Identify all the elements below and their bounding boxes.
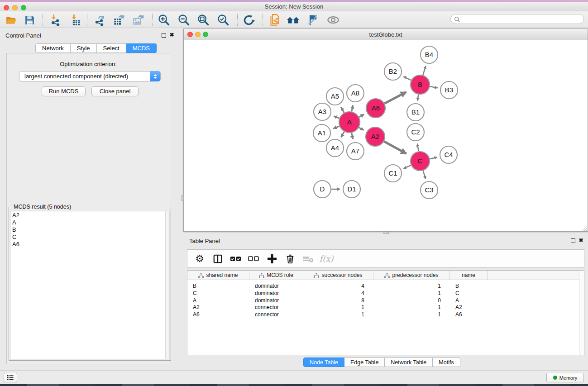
edge-A-A4[interactable] xyxy=(341,132,344,137)
column-header-shared-name[interactable]: shared name xyxy=(187,271,249,280)
graph-node-A7[interactable]: A7 xyxy=(347,143,364,160)
export-table-icon[interactable] xyxy=(112,13,125,27)
result-list-item[interactable]: C xyxy=(10,233,166,240)
show-columns-icon[interactable] xyxy=(212,253,224,265)
control-panel-float-icon[interactable] xyxy=(162,33,166,38)
graph-node-B3[interactable]: B3 xyxy=(440,81,458,99)
cell-name[interactable]: A6 xyxy=(450,311,488,318)
delete-column-icon[interactable] xyxy=(284,253,296,265)
control-panel-close-icon[interactable]: ✖ xyxy=(169,33,174,38)
cell-name[interactable]: A2 xyxy=(450,304,488,311)
graph-node-A8[interactable]: A8 xyxy=(347,85,364,102)
add-column-icon[interactable] xyxy=(266,253,278,265)
cell-name[interactable]: A xyxy=(450,297,488,304)
cell-MCDS-role[interactable]: dominator xyxy=(249,290,303,297)
graph-node-A4[interactable]: A4 xyxy=(326,139,344,157)
edge-C-C2[interactable] xyxy=(417,143,419,151)
window-resize-grip[interactable] xyxy=(581,225,587,231)
cell-predecessor-nodes[interactable]: 1 xyxy=(373,282,450,290)
result-list-item[interactable]: A6 xyxy=(10,240,166,248)
zoom-in-icon[interactable] xyxy=(157,13,171,27)
graph-node-A2[interactable]: A2 xyxy=(366,127,385,146)
cell-predecessor-nodes[interactable]: 1 xyxy=(373,304,450,311)
select-all-icon[interactable] xyxy=(230,253,242,265)
apply-layout-refresh-icon[interactable] xyxy=(242,13,255,27)
neighbors-homes-icon[interactable] xyxy=(287,13,300,27)
edge-B-B4[interactable] xyxy=(423,66,425,75)
import-table-icon[interactable] xyxy=(68,13,82,27)
search-input[interactable] xyxy=(462,15,580,23)
graph-node-A1[interactable]: A1 xyxy=(313,124,330,142)
cell-successor-nodes[interactable]: 4 xyxy=(303,290,373,297)
function-builder-icon[interactable]: f(x) xyxy=(320,253,332,265)
save-session-icon[interactable] xyxy=(23,13,36,27)
column-header-successor-nodes[interactable]: successor nodes xyxy=(303,271,373,280)
splitpane-grip-horizontal[interactable] xyxy=(383,232,389,234)
graph-node-B1[interactable]: B1 xyxy=(407,104,424,121)
settings-gear-icon[interactable]: ⚙ xyxy=(194,253,206,265)
column-header-MCDS-role[interactable]: MCDS role xyxy=(249,271,303,280)
edge-A-A5[interactable] xyxy=(341,107,344,113)
network-window-titlebar[interactable]: testGlobe.txt xyxy=(184,29,588,40)
cell-shared-name[interactable]: A6 xyxy=(187,311,249,318)
graphics-flag-icon[interactable] xyxy=(306,13,320,27)
cell-successor-nodes[interactable]: 8 xyxy=(303,297,373,304)
tab-edge-table[interactable]: Edge Table xyxy=(344,357,385,367)
result-list-item[interactable]: B xyxy=(10,226,166,233)
cell-shared-name[interactable]: C xyxy=(187,290,249,297)
table-scrollbar[interactable] xyxy=(579,271,584,355)
graph-node-C4[interactable]: C4 xyxy=(440,146,457,163)
table-row-C[interactable]: Cdominator41C xyxy=(187,290,580,297)
graph-node-C[interactable]: C xyxy=(411,152,430,171)
cell-predecessor-nodes[interactable]: 1 xyxy=(373,290,450,297)
cell-MCDS-role[interactable]: connector xyxy=(249,304,303,311)
export-network-icon[interactable] xyxy=(92,13,106,27)
graph-node-B4[interactable]: B4 xyxy=(421,46,438,63)
graph-node-A3[interactable]: A3 xyxy=(314,103,331,120)
close-panel-button[interactable]: Close panel xyxy=(91,86,139,96)
graph-node-D[interactable]: D xyxy=(314,181,331,198)
criterion-select[interactable]: largest connected component (directed) xyxy=(19,71,161,81)
cell-predecessor-nodes[interactable]: 1 xyxy=(373,311,450,318)
graph-node-A5[interactable]: A5 xyxy=(326,88,344,105)
edge-A-A3[interactable] xyxy=(334,116,339,119)
edge-A-A8[interactable] xyxy=(352,105,353,112)
cell-successor-nodes[interactable]: 1 xyxy=(303,311,373,318)
result-list-item[interactable]: A2 xyxy=(10,211,166,219)
memory-button[interactable]: Memory xyxy=(546,373,584,382)
zoom-fit-icon[interactable] xyxy=(196,13,210,27)
delete-table-icon[interactable] xyxy=(302,253,314,265)
graph-node-B[interactable]: B xyxy=(411,75,430,94)
tab-select[interactable]: Select xyxy=(97,43,126,53)
graph-node-C1[interactable]: C1 xyxy=(384,165,402,182)
column-header-name[interactable]: name xyxy=(450,271,488,280)
zoom-selected-icon[interactable] xyxy=(216,13,230,27)
mcds-result-list[interactable]: A2ABCA6 xyxy=(10,211,166,359)
cell-name[interactable]: B xyxy=(450,282,488,290)
edge-A-A1[interactable] xyxy=(333,126,339,129)
table-panel-float-icon[interactable] xyxy=(571,238,575,243)
graph-node-A6[interactable]: A6 xyxy=(366,99,385,118)
edge-A-A7[interactable] xyxy=(352,133,353,139)
cell-MCDS-role[interactable]: dominator xyxy=(249,282,303,290)
table-row-A[interactable]: Adominator80A xyxy=(187,297,580,304)
network-snapshot-icon[interactable] xyxy=(268,13,282,27)
edge-A2-C[interactable] xyxy=(384,142,406,154)
tab-style[interactable]: Style xyxy=(71,43,97,53)
cell-shared-name[interactable]: A xyxy=(187,297,249,304)
splitpane-grip-vertical[interactable] xyxy=(182,195,184,201)
edge-C-C4[interactable] xyxy=(430,157,437,159)
edge-C-C3[interactable] xyxy=(423,171,426,179)
cell-MCDS-role[interactable]: dominator xyxy=(249,297,303,304)
edge-A6-B[interactable] xyxy=(384,92,406,104)
result-list-item[interactable]: A xyxy=(10,219,166,226)
table-row-A6[interactable]: A6connector11A6 xyxy=(187,311,580,318)
table-panel-close-icon[interactable]: ✖ xyxy=(578,238,583,243)
table-row-B[interactable]: Bdominator41B xyxy=(187,282,580,290)
result-list-scrollbar[interactable] xyxy=(165,211,170,359)
open-session-icon[interactable] xyxy=(5,13,18,27)
tab-motifs[interactable]: Motifs xyxy=(433,357,460,367)
deselect-all-icon[interactable] xyxy=(248,253,260,265)
edge-B-B3[interactable] xyxy=(430,86,438,88)
edge-C-C1[interactable] xyxy=(403,165,411,168)
